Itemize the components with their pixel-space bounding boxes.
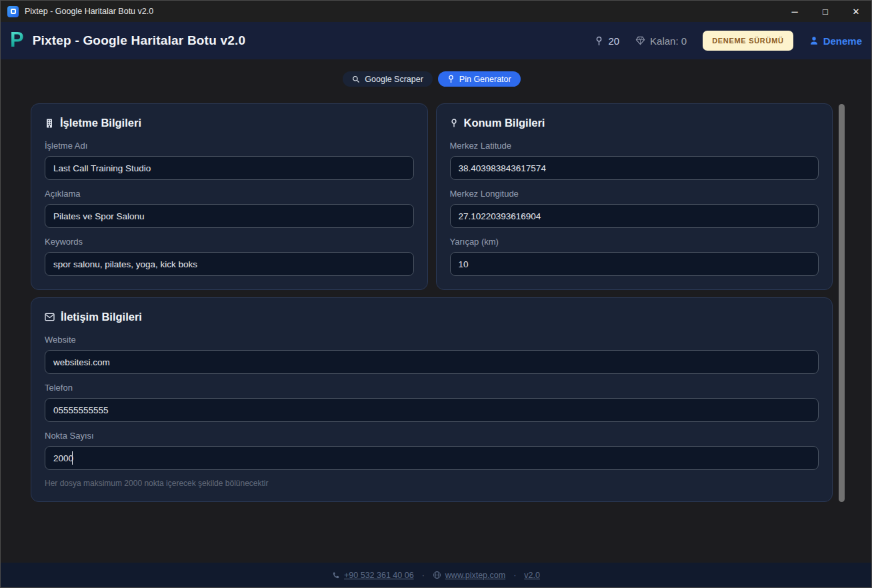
- field-label: İşletme Adı: [45, 141, 414, 151]
- field-business-name: İşletme Adı: [45, 141, 414, 180]
- footer-separator: ·: [513, 571, 516, 580]
- card-title: İşletme Bilgileri: [45, 117, 414, 129]
- description-input[interactable]: [45, 204, 414, 228]
- globe-icon: [433, 571, 441, 579]
- envelope-icon: [45, 313, 55, 321]
- field-label: Merkez Longitude: [450, 189, 819, 199]
- field-label: Keywords: [45, 237, 414, 247]
- field-website: Website: [45, 335, 819, 374]
- user-menu[interactable]: Deneme: [809, 35, 862, 47]
- website-input[interactable]: [45, 350, 819, 374]
- contact-info-card: İletişim Bilgileri Website Telefon Nokta…: [31, 297, 833, 502]
- pin-icon: [450, 118, 458, 128]
- card-title-text: Konum Bilgileri: [464, 117, 545, 129]
- tab-label: Pin Generator: [459, 75, 511, 84]
- footer-version: v2.0: [524, 571, 540, 580]
- field-point-count: Nokta Sayısı: [45, 431, 819, 470]
- footer-phone-link[interactable]: +90 532 361 40 06: [332, 571, 414, 580]
- app-window: Pixtep - Google Haritalar Botu v2.0 ─ □ …: [0, 0, 872, 588]
- card-title-text: İletişim Bilgileri: [61, 311, 142, 323]
- main-content: Google Scraper Pin Generator İşletme Bil…: [1, 59, 871, 563]
- card-title: İletişim Bilgileri: [45, 311, 819, 323]
- footer-separator: ·: [422, 571, 425, 580]
- titlebar: Pixtep - Google Haritalar Botu v2.0 ─ □ …: [1, 1, 871, 22]
- trial-badge: DENEME SÜRÜMÜ: [703, 31, 793, 51]
- app-icon-glyph: [11, 9, 16, 14]
- vertical-scrollbar[interactable]: [839, 104, 845, 502]
- pin-icon: [595, 36, 603, 46]
- pixtep-logo: P: [10, 29, 24, 52]
- phone-icon: [332, 571, 340, 579]
- window-title: Pixtep - Google Haritalar Botu v2.0: [25, 7, 153, 16]
- card-title-text: İşletme Bilgileri: [60, 117, 141, 129]
- close-button[interactable]: ✕: [841, 1, 871, 22]
- footer: +90 532 361 40 06 · www.pixtep.com · v2.…: [1, 563, 871, 587]
- footer-website-text: www.pixtep.com: [445, 571, 505, 580]
- minimize-button[interactable]: ─: [779, 1, 810, 22]
- footer-phone-text: +90 532 361 40 06: [344, 571, 414, 580]
- tab-label: Google Scraper: [365, 75, 423, 84]
- longitude-input[interactable]: [450, 204, 819, 228]
- remaining-value: Kalan: 0: [650, 35, 687, 47]
- remaining-counter: Kalan: 0: [635, 35, 687, 47]
- pin-icon: [447, 75, 455, 83]
- app-icon: [7, 6, 19, 17]
- top-cards-row: İşletme Bilgileri İşletme Adı Açıklama K…: [31, 103, 833, 290]
- point-count-hint: Her dosya maksimum 2000 nokta içerecek ş…: [45, 479, 819, 488]
- field-latitude: Merkez Latitude: [450, 141, 819, 180]
- user-icon: [809, 36, 819, 45]
- field-label: Açıklama: [45, 189, 414, 199]
- field-label: Telefon: [45, 383, 819, 393]
- point-count-input[interactable]: [45, 446, 819, 470]
- field-longitude: Merkez Longitude: [450, 189, 819, 228]
- gem-icon: [635, 36, 645, 45]
- user-name: Deneme: [823, 35, 862, 47]
- field-label: Merkez Latitude: [450, 141, 819, 151]
- maximize-button[interactable]: □: [810, 1, 841, 22]
- business-info-card: İşletme Bilgileri İşletme Adı Açıklama K…: [31, 103, 428, 290]
- radius-input[interactable]: [450, 252, 819, 276]
- app-header: P Pixtep - Google Haritalar Botu v2.0 20…: [1, 22, 871, 59]
- location-info-card: Konum Bilgileri Merkez Latitude Merkez L…: [436, 103, 833, 290]
- pin-counter: 20: [595, 35, 619, 47]
- keywords-input[interactable]: [45, 252, 414, 276]
- field-label: Nokta Sayısı: [45, 431, 819, 441]
- search-icon: [352, 75, 360, 83]
- window-controls: ─ □ ✕: [779, 1, 871, 22]
- building-icon: [45, 118, 54, 128]
- footer-website-link[interactable]: www.pixtep.com: [433, 571, 505, 580]
- field-radius: Yarıçap (km): [450, 237, 819, 276]
- tab-bar: Google Scraper Pin Generator: [31, 71, 833, 87]
- card-title: Konum Bilgileri: [450, 117, 819, 129]
- text-cursor: [72, 451, 73, 465]
- pin-count-value: 20: [608, 35, 619, 47]
- tab-google-scraper[interactable]: Google Scraper: [343, 71, 433, 87]
- field-label: Website: [45, 335, 819, 345]
- phone-input[interactable]: [45, 398, 819, 422]
- latitude-input[interactable]: [450, 156, 819, 180]
- tab-pin-generator[interactable]: Pin Generator: [438, 71, 521, 87]
- point-count-wrap: [45, 446, 819, 470]
- field-label: Yarıçap (km): [450, 237, 819, 247]
- field-description: Açıklama: [45, 189, 414, 228]
- field-phone: Telefon: [45, 383, 819, 422]
- field-keywords: Keywords: [45, 237, 414, 276]
- page-title: Pixtep - Google Haritalar Botu v2.0: [33, 33, 246, 48]
- business-name-input[interactable]: [45, 156, 414, 180]
- header-right: 20 Kalan: 0 DENEME SÜRÜMÜ Deneme: [595, 31, 862, 51]
